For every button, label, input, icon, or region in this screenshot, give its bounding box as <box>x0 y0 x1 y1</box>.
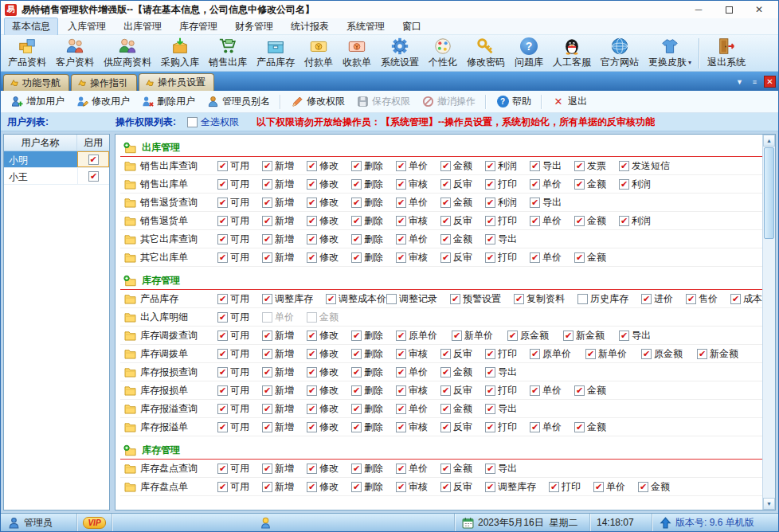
permission-checkbox[interactable]: ✔ <box>485 404 495 414</box>
permission-checkbox[interactable]: ✔ <box>641 294 652 304</box>
permission-checkbox[interactable]: ✔ <box>307 422 317 432</box>
permission-checkbox[interactable]: ✔ <box>514 294 524 304</box>
permission-checkbox[interactable]: ✔ <box>217 482 228 492</box>
permission-checkbox[interactable]: ✔ <box>485 482 495 492</box>
receipt-button[interactable]: 收款单 <box>338 36 376 71</box>
permission-checkbox[interactable]: ✔ <box>585 349 596 359</box>
permission-checkbox[interactable]: ✔ <box>440 198 451 208</box>
permission-row-label[interactable]: 出入库明细 <box>123 311 217 324</box>
permission-checkbox[interactable]: ✔ <box>530 252 540 263</box>
suppliers-button[interactable]: 供应商资料 <box>99 36 156 71</box>
permission-checkbox[interactable]: ✔ <box>217 422 228 432</box>
permission-checkbox[interactable]: ✔ <box>450 294 460 304</box>
scrollbar-thumb[interactable] <box>764 147 774 239</box>
permission-checkbox[interactable]: ✔ <box>217 216 228 226</box>
user-row[interactable]: 小明✔ <box>4 151 109 168</box>
permission-checkbox[interactable]: ✔ <box>396 198 406 208</box>
permission-checkbox[interactable] <box>577 294 588 304</box>
save-permission-button[interactable]: 保存权限 <box>350 92 416 111</box>
permission-checkbox[interactable]: ✔ <box>217 234 228 244</box>
permission-checkbox[interactable]: ✔ <box>307 464 317 474</box>
permission-checkbox[interactable]: ✔ <box>530 216 540 226</box>
permission-checkbox[interactable]: ✔ <box>485 464 495 474</box>
permission-row-label[interactable]: 产品库存 <box>123 292 217 306</box>
permission-checkbox[interactable]: ✔ <box>530 161 540 171</box>
support-button[interactable]: 人工客服 <box>548 36 596 71</box>
permission-checkbox[interactable]: ✔ <box>440 349 451 359</box>
user-enabled-checkbox[interactable]: ✔ <box>88 155 99 165</box>
permission-checkbox[interactable]: ✔ <box>485 422 495 432</box>
permission-row-label[interactable]: 库存调拨单 <box>123 347 217 361</box>
permission-checkbox[interactable]: ✔ <box>485 252 495 263</box>
permission-checkbox[interactable]: ✔ <box>262 349 272 359</box>
permission-checkbox[interactable]: ✔ <box>307 367 317 377</box>
permission-row-label[interactable]: 库存调拨查询 <box>123 329 217 342</box>
permission-checkbox[interactable]: ✔ <box>262 464 272 474</box>
permission-checkbox[interactable]: ✔ <box>307 349 317 359</box>
permission-checkbox[interactable]: ✔ <box>351 216 362 226</box>
question-button[interactable]: ?问题库 <box>510 36 548 71</box>
vertical-scrollbar[interactable]: ▲ ▼ <box>762 135 775 510</box>
minimize-button[interactable]: ─ <box>683 2 714 18</box>
permission-row-label[interactable]: 库存报损单 <box>123 384 217 397</box>
exit-button[interactable]: 退出系统 <box>703 36 750 71</box>
permission-checkbox[interactable]: ✔ <box>262 367 272 377</box>
permission-checkbox[interactable]: ✔ <box>549 482 559 492</box>
permission-checkbox[interactable]: ✔ <box>638 482 648 492</box>
permission-checkbox[interactable]: ✔ <box>396 216 406 226</box>
permission-checkbox[interactable]: ✔ <box>326 294 336 304</box>
menu-item-1[interactable]: 基本信息 <box>4 18 58 36</box>
permission-checkbox[interactable]: ✔ <box>396 349 406 359</box>
menu-item-8[interactable]: 窗口 <box>394 18 429 36</box>
permission-checkbox[interactable]: ✔ <box>563 331 573 341</box>
permission-checkbox[interactable]: ✔ <box>440 385 451 396</box>
permission-checkbox[interactable] <box>307 312 317 323</box>
product-button[interactable]: 产品资料 <box>3 36 51 71</box>
permission-checkbox[interactable]: ✔ <box>730 294 741 304</box>
permission-checkbox[interactable]: ✔ <box>351 198 362 208</box>
permission-checkbox[interactable]: ✔ <box>262 385 272 396</box>
admin-alias-button[interactable]: 管理员别名 <box>201 92 276 111</box>
permission-checkbox[interactable]: ✔ <box>351 404 362 414</box>
help-button[interactable]: ?帮助 <box>491 92 537 111</box>
permission-checkbox[interactable]: ✔ <box>262 252 272 263</box>
permission-row-label[interactable]: 销售出库单 <box>123 178 217 191</box>
permission-checkbox[interactable]: ✔ <box>262 331 272 341</box>
permission-checkbox[interactable]: ✔ <box>351 252 362 263</box>
permission-checkbox[interactable]: ✔ <box>262 422 272 432</box>
permission-checkbox[interactable]: ✔ <box>307 234 317 244</box>
permission-checkbox[interactable]: ✔ <box>217 349 228 359</box>
tab-close-button[interactable]: ✕ <box>764 76 776 88</box>
permission-checkbox[interactable]: ✔ <box>351 482 362 492</box>
permission-row-label[interactable]: 其它出库单 <box>123 251 217 264</box>
tab-dropdown-button[interactable]: ▼ <box>734 76 746 88</box>
permission-checkbox[interactable]: ✔ <box>440 482 451 492</box>
permission-checkbox[interactable]: ✔ <box>396 385 406 396</box>
tab-menu-button[interactable]: ≡ <box>749 76 761 88</box>
permission-checkbox[interactable]: ✔ <box>530 385 540 396</box>
tab-1[interactable]: 功能导航 <box>3 74 69 91</box>
permission-checkbox[interactable]: ✔ <box>217 252 228 263</box>
permission-checkbox[interactable]: ✔ <box>217 404 228 414</box>
permission-row-label[interactable]: 销售出库查询 <box>123 159 217 173</box>
permission-checkbox[interactable]: ✔ <box>217 464 228 474</box>
permission-checkbox[interactable]: ✔ <box>351 422 362 432</box>
permission-checkbox[interactable]: ✔ <box>396 331 406 341</box>
permission-checkbox[interactable]: ✔ <box>530 422 540 432</box>
permission-checkbox[interactable]: ✔ <box>396 252 406 263</box>
permission-checkbox[interactable]: ✔ <box>351 385 362 396</box>
undo-button[interactable]: 撤消操作 <box>416 92 481 111</box>
permission-checkbox[interactable]: ✔ <box>262 234 272 244</box>
permission-checkbox[interactable]: ✔ <box>351 161 362 171</box>
permission-checkbox[interactable]: ✔ <box>217 367 228 377</box>
column-header-username[interactable]: 用户名称 <box>4 135 77 151</box>
edit-permission-button[interactable]: 修改权限 <box>285 92 350 111</box>
customers-button[interactable]: 客户资料 <box>51 36 99 71</box>
personalize-button[interactable]: 个性化 <box>424 36 462 71</box>
permission-checkbox[interactable]: ✔ <box>593 482 604 492</box>
permission-checkbox[interactable]: ✔ <box>396 482 406 492</box>
sales-out-button[interactable]: 销售出库 <box>204 36 252 71</box>
permission-checkbox[interactable]: ✔ <box>530 198 540 208</box>
permission-checkbox[interactable]: ✔ <box>440 404 451 414</box>
permission-checkbox[interactable]: ✔ <box>307 198 317 208</box>
